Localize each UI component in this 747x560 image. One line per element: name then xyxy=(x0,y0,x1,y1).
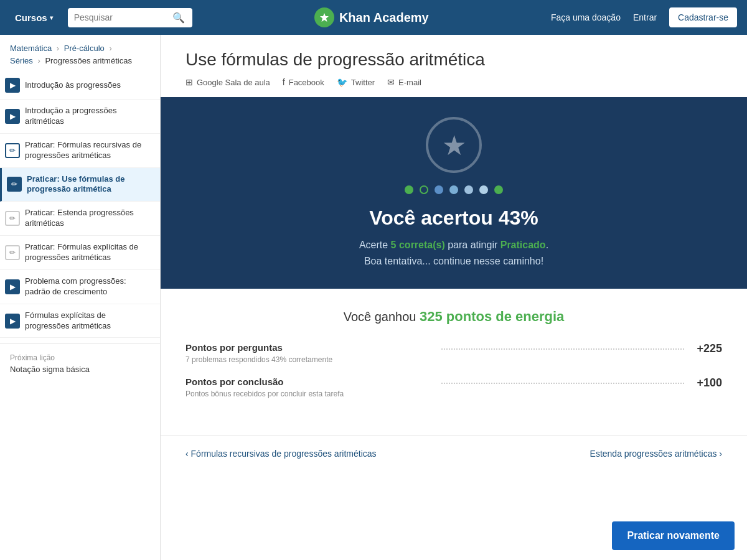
site-logo[interactable]: Khan Academy xyxy=(192,7,551,27)
sidebar-item-6[interactable]: ✏ Praticar: Fórmulas explícitas de progr… xyxy=(0,236,160,270)
dot-1 xyxy=(405,185,413,194)
sidebar-item-1[interactable]: ▶ Introdução às progressões xyxy=(0,72,160,100)
points-dots-2 xyxy=(441,383,685,384)
video-icon-1: ▶ xyxy=(5,78,20,93)
google-classroom-icon: ⊞ xyxy=(186,77,193,87)
sidebar-list: ▶ Introdução às progressões ▶ Introdução… xyxy=(0,72,160,338)
result-line1-suffix: para atingir xyxy=(445,240,500,250)
sidebar-item-label-5: Praticar: Estenda progressões aritmética… xyxy=(25,208,153,229)
practice-icon-4: ✏ xyxy=(7,177,22,192)
share-twitter-label: Twitter xyxy=(351,78,375,87)
breadcrumb: Matemática › Pré-cálculo › Séries › Prog… xyxy=(0,35,160,72)
dot-7 xyxy=(494,185,503,194)
logo-text: Khan Academy xyxy=(339,11,429,25)
search-box[interactable]: 🔍 xyxy=(68,8,192,27)
result-subtitle: Acerte 5 correta(s) para atingir Pratica… xyxy=(359,237,548,269)
practice-icon-5: ✏ xyxy=(5,211,20,226)
points-row-1-sub: 7 problemas respondidos 43% corretamente xyxy=(186,355,429,364)
points-row-1: Pontos por perguntas 7 problemas respond… xyxy=(186,342,722,364)
search-icon: 🔍 xyxy=(172,12,185,24)
courses-menu[interactable]: Cursos ▾ xyxy=(10,0,63,35)
practice-icon-6: ✏ xyxy=(5,245,20,260)
main-content: Use fórmulas de progressão aritmética ⊞ … xyxy=(161,35,747,560)
points-row-2-value: +100 xyxy=(697,376,722,390)
share-google[interactable]: ⊞ Google Sala de aula xyxy=(186,77,270,87)
result-percent: Você acertou 43% xyxy=(369,207,538,230)
practice-again-button[interactable]: Praticar novamente xyxy=(612,521,735,550)
points-row-2-left: Pontos por conclusão Pontos bônus recebi… xyxy=(186,376,429,398)
share-email[interactable]: ✉ E-mail xyxy=(387,77,421,87)
points-total: 325 pontos de energia xyxy=(420,309,564,324)
points-row-2-title: Pontos por conclusão xyxy=(186,376,429,387)
sidebar: Matemática › Pré-cálculo › Séries › Prog… xyxy=(0,35,161,560)
points-row-2: Pontos por conclusão Pontos bônus recebi… xyxy=(186,376,722,398)
nav-prev-link[interactable]: ‹ Fórmulas recursivas de progressões ari… xyxy=(186,449,377,459)
video-icon-2: ▶ xyxy=(5,109,20,124)
points-title-prefix: Você ganhou xyxy=(344,310,420,324)
sidebar-item-label-4: Praticar: Use fórmulas de progressão ari… xyxy=(27,174,153,195)
points-area: Você ganhou 325 pontos de energia Pontos… xyxy=(161,289,747,431)
breadcrumb-current: Progressões aritméticas xyxy=(45,56,131,65)
video-icon-7: ▶ xyxy=(5,279,20,294)
breadcrumb-math[interactable]: Matemática xyxy=(10,44,52,53)
result-line1-prefix: Acerte xyxy=(359,240,391,250)
next-lesson-name: Notação sigma básica xyxy=(10,365,150,374)
courses-chevron-icon: ▾ xyxy=(50,14,53,21)
twitter-icon: 🐦 xyxy=(337,77,347,87)
sidebar-item-7[interactable]: ▶ Problema com progressões: padrão de cr… xyxy=(0,270,160,304)
facebook-icon: f xyxy=(283,77,285,87)
breadcrumb-series[interactable]: Séries xyxy=(10,56,33,65)
bottom-navigation: ‹ Fórmulas recursivas de progressões ari… xyxy=(161,436,747,471)
practice-btn-bar: Praticar novamente xyxy=(599,511,747,560)
sidebar-item-2[interactable]: ▶ Introdução a progressões aritméticas xyxy=(0,100,160,134)
points-dots-1 xyxy=(441,348,685,350)
points-row-1-left: Pontos por perguntas 7 problemas respond… xyxy=(186,342,429,364)
share-bar: ⊞ Google Sala de aula f Facebook 🐦 Twitt… xyxy=(186,77,722,87)
share-facebook[interactable]: f Facebook xyxy=(283,77,324,87)
sidebar-item-label-7: Problema com progressões: padrão de cres… xyxy=(25,276,153,297)
page-title: Use fórmulas de progressão aritmética xyxy=(186,50,722,70)
share-facebook-label: Facebook xyxy=(289,78,324,87)
dot-5 xyxy=(464,185,473,194)
dot-2 xyxy=(420,185,428,194)
star-icon: ★ xyxy=(442,129,466,161)
signup-link[interactable]: Cadastrar-se xyxy=(669,7,737,27)
star-circle: ★ xyxy=(426,117,482,173)
points-row-2-sub: Pontos bônus recebidos por concluir esta… xyxy=(186,390,429,398)
nav-right-actions: Faça uma doação Entrar Cadastrar-se xyxy=(551,7,737,27)
main-layout: Matemática › Pré-cálculo › Séries › Prog… xyxy=(0,35,747,560)
top-navigation: Cursos ▾ 🔍 Khan Academy Faça uma doação … xyxy=(0,0,747,35)
result-target: Praticado xyxy=(500,240,546,250)
sidebar-item-3[interactable]: ✏ Praticar: Fórmulas recursivas de progr… xyxy=(0,134,160,168)
email-icon: ✉ xyxy=(387,77,395,87)
dot-4 xyxy=(449,185,458,194)
sidebar-item-5[interactable]: ✏ Praticar: Estenda progressões aritméti… xyxy=(0,202,160,236)
sidebar-footer: Próxima lição Notação sigma básica xyxy=(0,343,160,384)
logo-icon xyxy=(314,7,334,27)
points-title: Você ganhou 325 pontos de energia xyxy=(186,309,722,325)
breadcrumb-sep-1: › xyxy=(57,44,59,53)
points-row-1-title: Pontos por perguntas xyxy=(186,342,429,353)
donate-link[interactable]: Faça uma doação xyxy=(551,12,621,22)
courses-label: Cursos xyxy=(15,12,47,23)
share-email-label: E-mail xyxy=(398,78,421,87)
search-input[interactable] xyxy=(74,12,167,22)
sidebar-item-label-2: Introdução a progressões aritméticas xyxy=(25,106,153,127)
result-panel: ★ Você acertou 43% Acerte 5 correta(s) p… xyxy=(161,97,747,289)
dot-6 xyxy=(479,185,488,194)
sidebar-item-label-8: Fórmulas explícitas de progressões aritm… xyxy=(25,310,153,332)
breadcrumb-precalc[interactable]: Pré-cálculo xyxy=(64,44,105,53)
video-icon-8: ▶ xyxy=(5,314,20,329)
breadcrumb-sep-3: › xyxy=(37,56,40,65)
next-lesson-label: Próxima lição xyxy=(10,353,150,362)
sidebar-item-4[interactable]: ✏ Praticar: Use fórmulas de progressão a… xyxy=(0,168,160,202)
sidebar-item-label-3: Praticar: Fórmulas recursivas de progres… xyxy=(25,140,153,161)
dot-3 xyxy=(435,185,443,194)
result-line2: Boa tentativa... continue nesse caminho! xyxy=(364,256,543,266)
sidebar-item-8[interactable]: ▶ Fórmulas explícitas de progressões ari… xyxy=(0,304,160,338)
points-row-1-value: +225 xyxy=(697,342,722,355)
practice-icon-3: ✏ xyxy=(5,143,20,158)
nav-next-link[interactable]: Estenda progressões aritméticas › xyxy=(590,449,722,459)
share-twitter[interactable]: 🐦 Twitter xyxy=(337,77,375,87)
login-link[interactable]: Entrar xyxy=(633,12,657,22)
